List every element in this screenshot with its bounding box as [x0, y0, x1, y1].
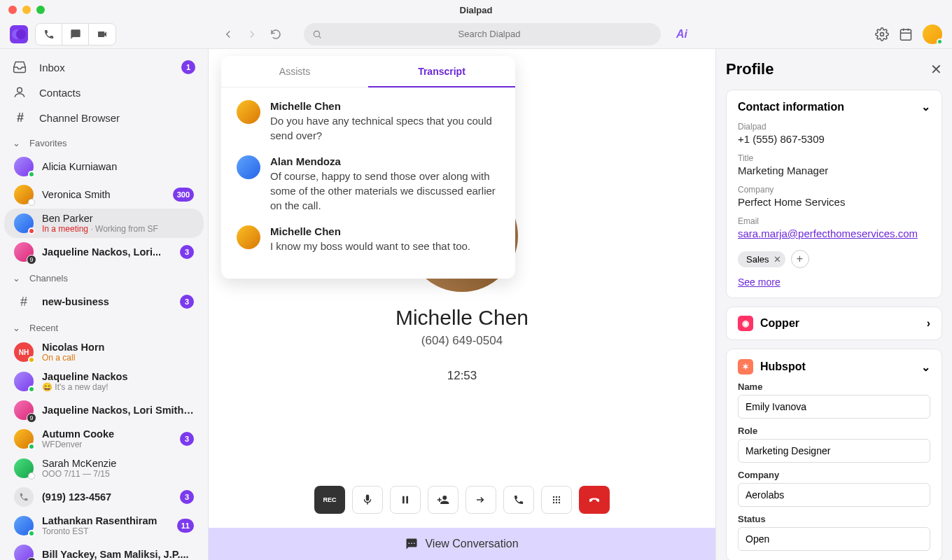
message-text: I know my boss would want to see that to…: [270, 239, 500, 253]
favorite-item[interactable]: Alicia Kurniawan: [4, 153, 204, 181]
presence-indicator: [28, 443, 35, 450]
settings-button[interactable]: [875, 27, 889, 41]
channel-item[interactable]: # new-business 3: [4, 288, 204, 316]
message-text: Of course, happy to send those over alon…: [270, 169, 500, 213]
favorite-item[interactable]: 9 Jaqueline Nackos, Lori... 3: [4, 238, 204, 266]
maximize-window[interactable]: [36, 6, 45, 14]
add-tag-button[interactable]: +: [791, 250, 809, 268]
view-conversation-button[interactable]: View Conversation: [209, 528, 715, 560]
see-more-link[interactable]: See more: [738, 276, 930, 288]
transcript-body: Michelle ChenDo you have any technical s…: [221, 88, 515, 279]
recent-item[interactable]: Sarah McKenzieOOO 7/11 — 7/15: [4, 454, 204, 483]
phone-mode-button[interactable]: [36, 24, 62, 45]
video-mode-button[interactable]: [89, 24, 115, 45]
nav-channel-browser[interactable]: # Channel Browser: [0, 105, 208, 131]
hangup-button[interactable]: [579, 486, 610, 514]
avatar: [237, 100, 260, 124]
recent-item[interactable]: Jaqueline Nackos😄 It's a new day!: [4, 367, 204, 396]
call-button[interactable]: [503, 486, 534, 514]
remove-tag-button[interactable]: ✕: [774, 254, 781, 265]
avatar: 24: [14, 545, 34, 560]
toolbar-right: [875, 24, 942, 44]
copper-card[interactable]: ◉Copper ›: [726, 307, 942, 340]
svg-point-5: [559, 499, 560, 500]
svg-point-7: [556, 502, 557, 503]
speaker-name: Alan Mendoza: [270, 155, 500, 167]
hubspot-name-input[interactable]: [738, 395, 930, 419]
recent-item[interactable]: (919) 123-4567 3: [4, 483, 204, 511]
recent-item[interactable]: 9 Jaqueline Nackos, Lori Smith,...: [4, 396, 204, 424]
favorite-item[interactable]: Ben Parker In a meeting · Working from S…: [4, 209, 204, 238]
close-window[interactable]: [8, 6, 17, 14]
nav-channel-browser-label: Channel Browser: [39, 112, 120, 124]
minimize-window[interactable]: [22, 6, 31, 14]
form-label: Role: [738, 426, 930, 436]
presence-indicator: [937, 38, 943, 45]
svg-point-8: [559, 502, 560, 503]
dialpad-logo[interactable]: [10, 25, 28, 43]
recent-item[interactable]: Autumn CookeWFDenver 3: [4, 424, 204, 454]
mute-button[interactable]: [352, 486, 383, 514]
profile-title: Profile: [726, 60, 774, 78]
record-button[interactable]: REC: [314, 486, 345, 514]
count-badge: 3: [180, 295, 194, 309]
svg-point-6: [553, 502, 554, 503]
user-avatar[interactable]: [923, 24, 942, 44]
member-count: 9: [27, 255, 36, 265]
transcript-message: Michelle ChenI know my boss would want t…: [237, 225, 500, 253]
favorite-item[interactable]: Veronica Smith 300: [4, 181, 204, 209]
close-profile-button[interactable]: ✕: [930, 61, 942, 78]
transcript-message: Alan MendozaOf course, happy to send tho…: [237, 155, 500, 213]
section-recent[interactable]: ⌄ Recent: [0, 316, 208, 337]
recent-item[interactable]: Lathankan RasenthiramToronto EST 11: [4, 511, 204, 540]
hold-button[interactable]: [390, 486, 421, 514]
calendar-button[interactable]: [899, 27, 913, 41]
add-participant-button[interactable]: [428, 486, 458, 514]
popup-tabs: Assists Transcript: [221, 56, 515, 88]
item-status: On a call: [42, 353, 194, 363]
transfer-button[interactable]: [465, 486, 496, 514]
title-value: Marketing Manager: [738, 164, 930, 176]
inbox-icon: [13, 60, 28, 74]
phone-value: +1 (555) 867-5309: [738, 133, 930, 145]
hubspot-role-input[interactable]: [738, 439, 930, 463]
ai-icon[interactable]: Ai: [676, 28, 687, 41]
section-favorites-label: Favorites: [29, 138, 66, 148]
avatar: [14, 185, 34, 204]
count-badge: 3: [180, 432, 194, 446]
back-button[interactable]: [221, 27, 235, 41]
chat-mode-button[interactable]: [62, 24, 89, 45]
hubspot-status-input[interactable]: [738, 527, 930, 551]
tab-transcript[interactable]: Transcript: [368, 56, 515, 87]
form-label: Status: [738, 514, 930, 524]
email-link[interactable]: sara.marja@perfecthomeservices.com: [738, 227, 918, 239]
sidebar: Inbox 1 Contacts # Channel Browser ⌄ Fav…: [0, 49, 209, 560]
caller-phone: (604) 649-0504: [421, 334, 503, 348]
item-name: Lathankan Rasenthiram: [42, 515, 169, 526]
tab-assists[interactable]: Assists: [221, 56, 368, 87]
nav-inbox[interactable]: Inbox 1: [0, 55, 208, 80]
search-input[interactable]: [304, 23, 661, 46]
section-channels-label: Channels: [29, 273, 68, 284]
chevron-down-icon: ⌄: [13, 138, 22, 148]
avatar: [14, 516, 34, 536]
reload-button[interactable]: [269, 27, 283, 41]
recent-item[interactable]: NH Nicolas HornOn a call: [4, 337, 204, 367]
dialpad-button[interactable]: [541, 486, 572, 514]
svg-point-1: [556, 496, 557, 498]
contact-info-header[interactable]: Contact information ⌄: [738, 100, 930, 113]
avatar: [14, 372, 34, 391]
nav-contacts[interactable]: Contacts: [0, 80, 208, 105]
item-name: Ben Parker: [42, 213, 194, 224]
section-favorites[interactable]: ⌄ Favorites: [0, 131, 208, 153]
window-title: Dialpad: [460, 5, 493, 15]
contact-info-title: Contact information: [738, 101, 844, 113]
forward-button[interactable]: [245, 27, 259, 41]
section-channels[interactable]: ⌄ Channels: [0, 266, 208, 288]
recent-item[interactable]: 24 Bill Yackey, Sam Maliksi, J.P....: [4, 540, 204, 560]
hubspot-header[interactable]: ✶Hubspot ⌄: [738, 359, 930, 374]
avatar: [237, 155, 260, 179]
presence-indicator: [28, 472, 35, 479]
hubspot-company-input[interactable]: [738, 483, 930, 507]
transcript-popup: Assists Transcript Michelle ChenDo you h…: [221, 56, 515, 279]
